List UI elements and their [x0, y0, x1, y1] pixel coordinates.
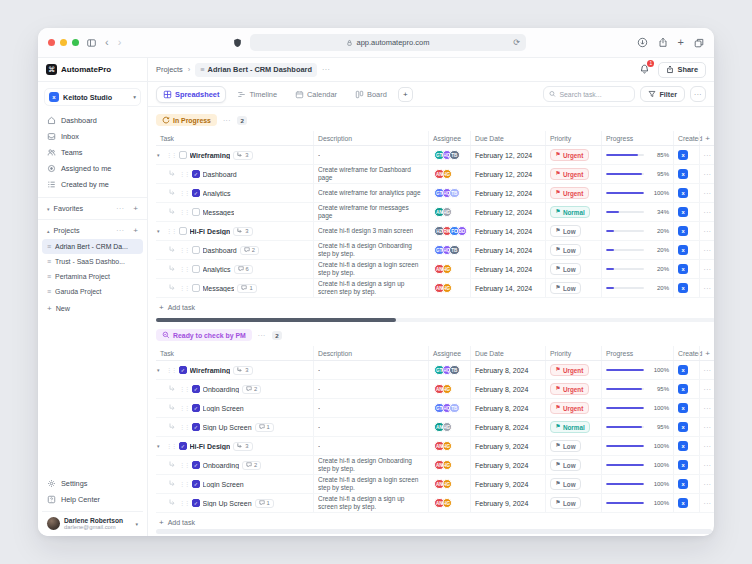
priority-badge[interactable]: ⚑Low: [550, 244, 581, 256]
column-header-priority[interactable]: Priority: [545, 131, 601, 145]
row-menu-dots[interactable]: ···: [699, 279, 714, 297]
priority-badge[interactable]: ⚑Low: [550, 497, 581, 509]
drag-handle[interactable]: ⋮⋮: [179, 462, 189, 468]
task-row[interactable]: ▾ ⋮⋮ ✓ Hi-Fi Design 3 Create hi-fi desig…: [156, 222, 714, 241]
task-row[interactable]: ▾ ⋮⋮ ✓ Hi-Fi Design 3 - ANHG February 9,…: [156, 437, 714, 456]
sidebar-item-assigned-to-me[interactable]: Assigned to me: [42, 160, 143, 176]
tab-board[interactable]: Board: [348, 86, 394, 103]
task-checkbox[interactable]: ✓: [192, 189, 200, 197]
assignee-avatars[interactable]: GTHQTB: [428, 146, 470, 164]
row-menu-dots[interactable]: ···: [699, 418, 714, 436]
subtask-count-badge[interactable]: 3: [233, 442, 252, 451]
task-checkbox[interactable]: ✓: [179, 366, 187, 374]
group-menu-dots[interactable]: ···: [223, 117, 231, 124]
assignee-avatars[interactable]: ANHG: [428, 437, 470, 455]
assignee-avatars[interactable]: GTHQTB: [428, 399, 470, 417]
horizontal-scrollbar[interactable]: [156, 318, 714, 322]
row-menu-dots[interactable]: ···: [699, 241, 714, 259]
sidebar-item-created-by-me[interactable]: Created by me: [42, 176, 143, 192]
group-menu-dots[interactable]: ···: [258, 332, 266, 339]
task-row[interactable]: ⋮⋮ ✓ Onboarding 2 - ANHG February 8, 202…: [156, 380, 714, 399]
expand-caret[interactable]: ▾: [157, 443, 163, 449]
drag-handle[interactable]: ⋮⋮: [166, 228, 176, 234]
drag-handle[interactable]: ⋮⋮: [179, 266, 189, 272]
task-checkbox[interactable]: ✓: [192, 461, 200, 469]
row-menu-dots[interactable]: ···: [699, 165, 714, 183]
assignee-avatars[interactable]: GTHQTB: [428, 241, 470, 259]
group-status-badge[interactable]: Ready to check by PM: [156, 329, 252, 341]
task-row[interactable]: ⋮⋮ ✓ Dashboard 2 Create hi-fi a design O…: [156, 241, 714, 260]
task-row[interactable]: ⋮⋮ ✓ Messages Create wireframe for messa…: [156, 203, 714, 222]
row-menu-dots[interactable]: ···: [699, 184, 714, 202]
filter-button[interactable]: Filter: [640, 86, 685, 102]
traffic-lights[interactable]: [48, 39, 79, 46]
task-row[interactable]: ⋮⋮ ✓ Analytics 6 Create hi-fi a design a…: [156, 260, 714, 279]
sidebar-project-garuda[interactable]: ≡ Garuda Project: [42, 284, 143, 299]
projects-menu-dots[interactable]: ···: [116, 227, 124, 234]
refresh-icon[interactable]: ⟳: [513, 38, 520, 47]
close-window-button[interactable]: [48, 39, 55, 46]
task-checkbox[interactable]: ✓: [192, 423, 200, 431]
group-status-badge[interactable]: In Progress: [156, 114, 217, 126]
task-checkbox[interactable]: ✓: [192, 265, 200, 273]
favorites-section-header[interactable]: ▾ Favorites ··· +: [38, 201, 147, 216]
task-row[interactable]: ⋮⋮ ✓ Login Screen Create hi-fi a design …: [156, 475, 714, 494]
workspace-selector[interactable]: x Keitoto Studio ▾: [44, 88, 141, 106]
column-header-due-date[interactable]: Due Date: [470, 346, 545, 360]
breadcrumb-menu-dots[interactable]: ···: [322, 66, 331, 73]
row-menu-dots[interactable]: ···: [699, 456, 714, 474]
task-checkbox[interactable]: ✓: [179, 227, 187, 235]
expand-caret[interactable]: ▾: [157, 367, 163, 373]
add-project-button[interactable]: +: [133, 226, 138, 235]
new-project-button[interactable]: + New: [38, 300, 147, 316]
task-row[interactable]: ⋮⋮ ✓ Onboarding 2 Create hi-fi a design …: [156, 456, 714, 475]
new-tab-icon[interactable]: +: [678, 37, 684, 48]
add-task-button[interactable]: + Add task: [156, 515, 714, 529]
scrollbar-thumb[interactable]: [156, 318, 396, 322]
search-task-box[interactable]: [543, 86, 635, 102]
priority-badge[interactable]: ⚑Urgent: [550, 364, 589, 376]
assignee-avatars[interactable]: GTHQTB: [428, 361, 470, 379]
column-header-created[interactable]: Created: [673, 131, 699, 145]
row-menu-dots[interactable]: ···: [699, 361, 714, 379]
sidebar-project-adrian-bert[interactable]: ≡ Adrian Bert - CRM Da...: [42, 239, 143, 254]
minimize-window-button[interactable]: [60, 39, 67, 46]
task-checkbox[interactable]: ✓: [192, 480, 200, 488]
expand-caret[interactable]: ▾: [157, 228, 163, 234]
task-row[interactable]: ⋮⋮ ✓ Dashboard Create wireframe for Dash…: [156, 165, 714, 184]
task-checkbox[interactable]: ✓: [179, 442, 187, 450]
sidebar-toggle-icon[interactable]: [86, 38, 97, 48]
task-checkbox[interactable]: ✓: [179, 151, 187, 159]
priority-badge[interactable]: ⚑Low: [550, 263, 581, 275]
drag-handle[interactable]: ⋮⋮: [166, 443, 176, 449]
drag-handle[interactable]: ⋮⋮: [179, 424, 189, 430]
priority-badge[interactable]: ⚑Urgent: [550, 149, 589, 161]
assignee-avatars[interactable]: ANHG: [428, 165, 470, 183]
back-button[interactable]: ‹: [104, 37, 110, 48]
task-checkbox[interactable]: ✓: [192, 246, 200, 254]
user-account[interactable]: Darlene Robertson darlene@gmail.com ▾: [42, 511, 143, 536]
downloads-icon[interactable]: [637, 37, 648, 48]
priority-badge[interactable]: ⚑Urgent: [550, 187, 589, 199]
favorites-menu-dots[interactable]: ···: [116, 205, 124, 212]
projects-section-header[interactable]: ▴ Projects ··· +: [38, 223, 147, 238]
drag-handle[interactable]: ⋮⋮: [179, 190, 189, 196]
row-menu-dots[interactable]: ···: [699, 146, 714, 164]
column-header-due-date[interactable]: Due Date: [470, 131, 545, 145]
address-bar[interactable]: app.automatepro.com ⟳: [250, 34, 526, 51]
drag-handle[interactable]: ⋮⋮: [179, 500, 189, 506]
drag-handle[interactable]: ⋮⋮: [179, 386, 189, 392]
row-menu-dots[interactable]: ···: [699, 437, 714, 455]
priority-badge[interactable]: ⚑Normal: [550, 421, 590, 433]
sidebar-project-pertamina[interactable]: ≡ Pertamina Project: [42, 269, 143, 284]
assignee-avatars[interactable]: ANHG: [428, 203, 470, 221]
priority-badge[interactable]: ⚑Low: [550, 478, 581, 490]
column-header-task[interactable]: Task: [156, 131, 313, 145]
row-menu-dots[interactable]: ···: [699, 494, 714, 512]
row-menu-dots[interactable]: ···: [699, 475, 714, 493]
assignee-avatars[interactable]: ANHG: [428, 418, 470, 436]
row-menu-dots[interactable]: ···: [699, 203, 714, 221]
forward-button[interactable]: ›: [117, 37, 123, 48]
drag-handle[interactable]: ⋮⋮: [166, 367, 176, 373]
task-checkbox[interactable]: ✓: [192, 404, 200, 412]
